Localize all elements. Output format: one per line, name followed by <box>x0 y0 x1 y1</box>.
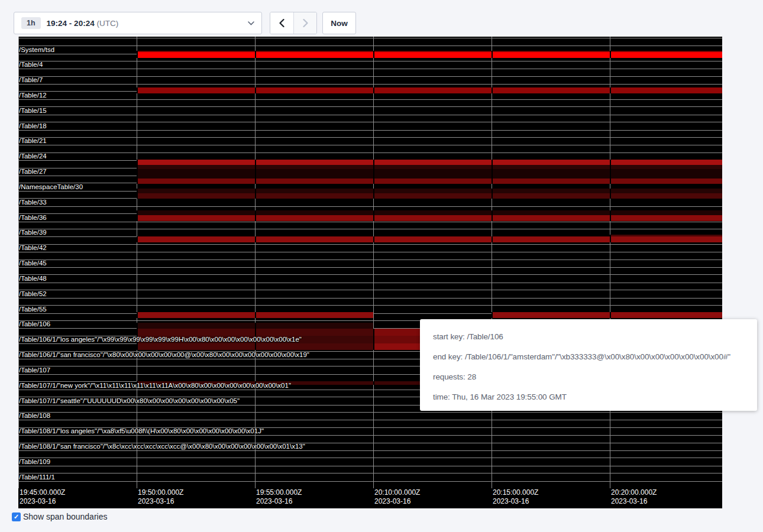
row-label: /Table/108/1/"san francisco"/"\x8c\xcc\x… <box>19 442 305 450</box>
heat-band[interactable] <box>373 189 492 193</box>
row-label: /Table/111/1 <box>19 473 55 481</box>
heat-band[interactable] <box>255 193 373 199</box>
row-label: /Table/106/1/"san francisco"/"\x80\x00\x… <box>19 351 309 359</box>
tooltip-end-key: end key: /Table/106/1/"amsterdam"/"\xb33… <box>433 347 744 367</box>
heat-band[interactable] <box>610 312 722 318</box>
heat-band[interactable] <box>255 312 373 318</box>
chevron-down-icon <box>248 21 254 25</box>
heat-band[interactable] <box>255 165 373 169</box>
heat-band[interactable] <box>137 169 255 179</box>
heat-band[interactable] <box>492 165 610 169</box>
heat-band[interactable] <box>373 236 492 242</box>
heat-band[interactable] <box>137 312 255 318</box>
tooltip-requests: requests: 28 <box>433 367 744 387</box>
heat-band[interactable] <box>492 169 610 179</box>
heat-band[interactable] <box>610 236 722 242</box>
row-label: /Table/45 <box>19 259 47 267</box>
heat-band[interactable] <box>492 312 610 318</box>
heat-band[interactable] <box>255 160 373 165</box>
heat-band[interactable] <box>373 215 492 221</box>
heat-band[interactable] <box>373 193 492 199</box>
heat-band[interactable] <box>492 236 610 242</box>
heat-band[interactable] <box>610 179 722 184</box>
heat-band[interactable] <box>137 236 255 242</box>
span-boundary-line <box>18 206 722 207</box>
row-label: /Table/18 <box>19 122 47 130</box>
x-axis-time: 19:55:00.000Z <box>256 488 302 497</box>
x-axis-time: 19:45:00.000Z <box>20 488 65 497</box>
heat-band[interactable] <box>255 343 373 350</box>
row-label: /Table/107 <box>19 366 50 374</box>
heat-band[interactable] <box>610 52 722 58</box>
x-axis-label: 20:10:00.000Z2023-03-16 <box>374 488 420 506</box>
heat-band[interactable] <box>137 179 255 184</box>
heat-band[interactable] <box>137 329 255 336</box>
heat-band[interactable] <box>373 160 492 165</box>
heat-band[interactable] <box>492 215 610 221</box>
heat-band[interactable] <box>255 169 373 179</box>
show-span-boundaries-label: Show span boundaries <box>23 512 107 521</box>
time-range-select[interactable]: 1h 19:24 - 20:24 (UTC) <box>14 12 262 34</box>
row-label: /Table/21 <box>19 137 47 145</box>
heat-band[interactable] <box>255 323 373 329</box>
heat-band[interactable] <box>492 160 610 165</box>
heat-band[interactable] <box>137 87 255 93</box>
heat-band[interactable] <box>373 52 492 58</box>
x-axis-time: 20:20:00.000Z <box>611 488 657 497</box>
heat-band[interactable] <box>255 189 373 193</box>
heat-band[interactable] <box>255 236 373 242</box>
x-axis-label: 19:45:00.000Z2023-03-16 <box>20 488 65 506</box>
heat-band[interactable] <box>137 189 255 193</box>
x-axis-date: 2023-03-16 <box>20 497 65 506</box>
heat-band[interactable] <box>255 87 373 93</box>
heat-band[interactable] <box>373 179 492 184</box>
heat-band[interactable] <box>610 160 722 165</box>
row-label: /Table/107/1/"seattle"/"UUUUUUD\x00\x80\… <box>19 397 240 405</box>
heat-band[interactable] <box>137 323 255 329</box>
heat-band[interactable] <box>137 52 255 58</box>
heat-band[interactable] <box>492 193 610 199</box>
heat-band[interactable] <box>492 179 610 184</box>
heat-band[interactable] <box>373 165 492 169</box>
heat-band[interactable] <box>255 52 373 58</box>
prev-interval-button[interactable] <box>270 12 293 34</box>
heat-band[interactable] <box>373 87 492 93</box>
heat-band[interactable] <box>255 215 373 221</box>
heat-band[interactable] <box>137 210 255 215</box>
next-interval-button[interactable] <box>293 12 316 34</box>
heat-band[interactable] <box>492 189 610 193</box>
heat-band[interactable] <box>137 343 255 350</box>
span-boundary-line <box>18 252 722 252</box>
heat-band[interactable] <box>610 215 722 221</box>
heat-band[interactable] <box>137 165 255 169</box>
heat-band[interactable] <box>610 169 722 179</box>
heat-band[interactable] <box>255 210 373 215</box>
heat-band[interactable] <box>137 215 255 221</box>
x-axis-label: 20:15:00.000Z2023-03-16 <box>493 488 538 506</box>
heat-band[interactable] <box>492 87 610 93</box>
heat-band[interactable] <box>373 210 492 215</box>
tooltip-start-key: start key: /Table/106 <box>433 327 744 347</box>
heat-band[interactable] <box>255 179 373 184</box>
row-label: /Table/12 <box>19 91 47 99</box>
heat-band[interactable] <box>255 329 373 336</box>
heat-band[interactable] <box>492 210 610 215</box>
now-button[interactable]: Now <box>322 12 356 34</box>
span-boundary-line <box>18 38 722 38</box>
heat-band[interactable] <box>610 210 722 215</box>
heat-band[interactable] <box>373 169 492 179</box>
row-label: /Table/24 <box>19 152 47 160</box>
show-span-boundaries-checkbox[interactable]: ✓ <box>12 512 21 521</box>
heat-band[interactable] <box>610 193 722 199</box>
row-label: /Table/4 <box>19 60 43 69</box>
heat-band[interactable] <box>492 52 610 58</box>
x-axis-time: 19:50:00.000Z <box>138 488 183 497</box>
key-visualizer-heatmap[interactable]: /System/tsd/Table/4/Table/7/Table/12/Tab… <box>18 37 722 508</box>
heat-band[interactable] <box>610 189 722 193</box>
heat-band[interactable] <box>137 160 255 165</box>
heat-band[interactable] <box>137 193 255 199</box>
heat-band[interactable] <box>610 87 722 93</box>
row-label: /Table/55 <box>19 305 47 313</box>
span-boundary-line <box>18 46 722 46</box>
heat-band[interactable] <box>610 165 722 169</box>
